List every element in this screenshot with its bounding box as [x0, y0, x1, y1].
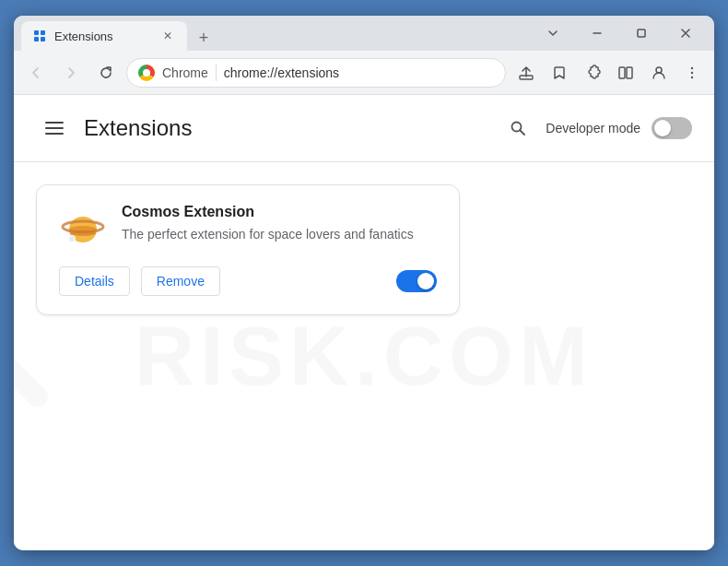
extensions-button[interactable]: [578, 58, 607, 88]
extension-card: Cosmos Extension The perfect extension f…: [36, 184, 460, 315]
svg-rect-8: [520, 76, 533, 79]
extension-enabled-toggle[interactable]: [396, 270, 437, 292]
active-tab[interactable]: Extensions ✕: [21, 21, 187, 51]
extensions-area: RISK.COM: [14, 162, 714, 550]
header-right: Developer mode: [501, 112, 692, 145]
menu-button[interactable]: [677, 58, 707, 88]
search-button[interactable]: [501, 112, 534, 145]
minimize-button[interactable]: [576, 19, 618, 47]
page-title: Extensions: [84, 115, 192, 141]
watermark-text: RISK.COM: [135, 310, 593, 402]
maximize-button[interactable]: [620, 19, 663, 47]
address-divider: [216, 65, 217, 81]
extension-card-top: Cosmos Extension The perfect extension f…: [59, 204, 437, 252]
splitview-button[interactable]: [611, 58, 640, 88]
share-button[interactable]: [511, 58, 541, 88]
svg-rect-5: [638, 29, 645, 37]
developer-mode-toggle[interactable]: [652, 117, 692, 139]
bookmark-button[interactable]: [545, 58, 574, 88]
reload-button[interactable]: [91, 58, 121, 88]
extension-toggle-knob: [417, 273, 434, 289]
svg-point-14: [691, 76, 693, 77]
extension-description: The perfect extension for space lovers a…: [122, 226, 437, 244]
details-button[interactable]: Details: [59, 266, 130, 296]
url-text: chrome://extensions: [224, 65, 494, 80]
svg-line-16: [521, 131, 525, 136]
watermark-container: RISK.COM: [135, 309, 593, 404]
forward-button[interactable]: [56, 58, 86, 88]
developer-mode-label: Developer mode: [546, 121, 640, 136]
back-button[interactable]: [21, 58, 51, 88]
tab-close-button[interactable]: ✕: [159, 28, 176, 44]
toggle-knob: [654, 120, 671, 136]
svg-rect-10: [627, 67, 632, 78]
svg-point-11: [656, 67, 662, 73]
page-content: Extensions Developer mode RISK.CO: [14, 95, 714, 550]
svg-point-12: [691, 66, 693, 68]
new-tab-button[interactable]: +: [191, 25, 217, 51]
site-name: Chrome: [162, 65, 208, 80]
svg-rect-3: [41, 37, 45, 41]
toolbar: Chrome chrome://extensions: [14, 51, 714, 95]
svg-line-18: [14, 350, 38, 396]
extension-name: Cosmos Extension: [122, 204, 437, 220]
address-bar[interactable]: Chrome chrome://extensions: [126, 58, 506, 88]
planet-icon: [59, 204, 107, 252]
title-bar: Extensions ✕ +: [14, 16, 714, 51]
svg-point-24: [69, 236, 75, 242]
svg-rect-1: [41, 30, 45, 35]
extension-info: Cosmos Extension The perfect extension f…: [122, 204, 437, 244]
svg-rect-0: [34, 30, 39, 35]
svg-point-13: [691, 71, 693, 73]
svg-rect-9: [619, 67, 625, 78]
tab-puzzle-icon: [32, 29, 47, 43]
chrome-logo-icon: [138, 65, 155, 81]
svg-rect-2: [34, 37, 39, 41]
window-chevron-button[interactable]: [532, 19, 574, 47]
toolbar-actions: [511, 58, 707, 88]
window-controls: [532, 16, 707, 51]
hamburger-icon: [45, 122, 64, 135]
browser-window: Extensions ✕ +: [14, 16, 714, 550]
extension-icon: [59, 204, 107, 252]
tab-title: Extensions: [54, 29, 152, 43]
extensions-header: Extensions Developer mode: [14, 95, 714, 162]
remove-button[interactable]: Remove: [141, 266, 220, 296]
hamburger-menu-button[interactable]: [36, 110, 73, 147]
extension-card-bottom: Details Remove: [59, 266, 437, 296]
close-button[interactable]: [664, 19, 707, 47]
profile-button[interactable]: [644, 58, 674, 88]
